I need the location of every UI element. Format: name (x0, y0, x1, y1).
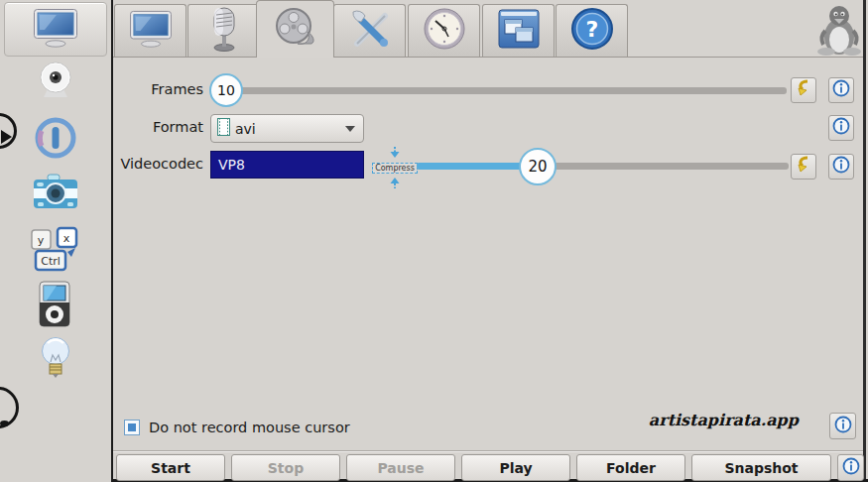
chevron-down-icon (345, 126, 355, 132)
info-icon (832, 117, 850, 139)
tab-videocodec[interactable] (256, 0, 334, 58)
info-icon (832, 79, 850, 101)
dock-item-webcam[interactable] (0, 60, 111, 109)
videocodec-tab-icon (272, 6, 319, 54)
tab-timer[interactable] (408, 4, 480, 57)
svg-text:?: ? (585, 17, 598, 42)
window-border-right (863, 0, 866, 482)
svg-text:y: y (38, 234, 45, 247)
lightbulb-icon (38, 335, 73, 387)
tab-pane-border (113, 57, 863, 58)
cutoff-blob-fragment (0, 421, 9, 426)
videocodec-label: Videocodec (99, 156, 203, 174)
snapshot-button[interactable]: Snapshot (691, 454, 831, 481)
pause-button: Pause (346, 454, 455, 481)
dock-item-record-ring[interactable] (0, 115, 111, 165)
shortcut-keys-icon: y x Ctrl (28, 224, 83, 278)
format-info-button[interactable] (828, 115, 854, 141)
tab-audio[interactable] (187, 4, 260, 57)
stop-button: Stop (231, 454, 340, 481)
compress-indicator: Compress (369, 144, 421, 192)
help-tab-icon: ? (569, 6, 615, 56)
format-dropdown-value: avi (235, 121, 256, 137)
filmstrip-icon (217, 118, 230, 139)
tab-help[interactable]: ? (556, 4, 628, 57)
frames-info-button[interactable] (828, 77, 854, 103)
bottom-info-button[interactable] (829, 413, 856, 439)
tab-settings[interactable] (333, 4, 406, 57)
compress-arrow-up-icon (388, 174, 402, 192)
screen-tab-icon (129, 10, 173, 52)
webcam-icon (34, 60, 77, 109)
checkbox-check-mark (128, 423, 136, 431)
videocodec-reset-button[interactable] (791, 154, 816, 180)
screen-icon (33, 8, 78, 52)
svg-text:Ctrl: Ctrl (41, 255, 61, 268)
info-icon (832, 156, 850, 178)
reset-arrow-icon (795, 156, 812, 178)
timer-tab-icon (422, 6, 467, 56)
frames-reset-button[interactable] (791, 77, 816, 103)
svg-text:x: x (63, 232, 70, 245)
start-button[interactable]: Start (116, 454, 225, 481)
dock-item-shortcut-keys[interactable]: y x Ctrl (0, 224, 111, 278)
windows-tab-icon (497, 8, 541, 54)
buttonbar-info-button[interactable] (837, 454, 864, 481)
tab-screen[interactable] (114, 4, 186, 57)
button-bar-divider-highlight (113, 451, 863, 452)
folder-button[interactable]: Folder (576, 454, 685, 481)
frames-slider-handle[interactable]: 10 (209, 73, 243, 107)
media-player-icon (37, 280, 74, 333)
compress-label: Compress (372, 163, 418, 174)
tux-penguin-icon (813, 3, 865, 60)
tools-tab-icon (347, 8, 393, 54)
videocodec-slider-handle[interactable]: 20 (519, 148, 557, 185)
mouse-cursor-checkbox-label: Do not record mouse cursor (149, 420, 350, 435)
mouse-cursor-checkbox[interactable] (124, 420, 140, 435)
dock-item-camera[interactable] (0, 173, 111, 218)
videocodec-info-button[interactable] (828, 154, 854, 180)
window-border-left (111, 0, 113, 482)
record-ring-icon (33, 115, 78, 165)
compress-arrow-down-icon (388, 144, 402, 163)
format-dropdown[interactable]: avi (210, 114, 364, 143)
camera-icon (32, 173, 79, 218)
info-icon (834, 416, 852, 437)
info-icon (842, 457, 860, 479)
tab-windows[interactable] (482, 4, 555, 57)
format-label: Format (99, 119, 203, 137)
dock-item-screen-recorder[interactable] (4, 2, 107, 57)
frames-slider-track[interactable] (238, 87, 787, 94)
dock-item-lightbulb[interactable] (0, 335, 111, 387)
videocodec-field[interactable]: VP8 (210, 151, 364, 179)
reset-arrow-icon (795, 79, 812, 101)
play-button[interactable]: Play (461, 454, 570, 481)
microphone-tab-icon (206, 6, 242, 56)
dock-item-media-player[interactable] (0, 280, 111, 333)
watermark-text: artistapirata.app (600, 411, 799, 429)
frames-label: Frames (99, 81, 203, 99)
